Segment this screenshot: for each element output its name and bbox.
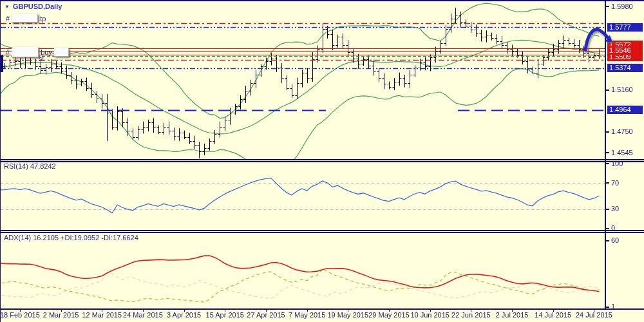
price-badge-blue: 1.4964	[607, 106, 643, 114]
adx-indicator-label: ADX(14) 16.2105 +DI:19.0952 -DI:17.6624	[4, 234, 138, 242]
price-tick-label: 1.4545	[611, 149, 633, 156]
redacted-order-price	[54, 48, 69, 57]
sl-line-label: sl	[39, 55, 44, 62]
order-hash: #	[6, 48, 10, 56]
time-axis[interactable]: 18 Feb 20152 Mar 201512 Mar 201524 Mar 2…	[1, 309, 605, 322]
adx-panel-chart[interactable]	[1, 231, 605, 309]
chart-window: ▼ GBPUSD,Daily # tp # buy sl RSI(14) 47.…	[0, 0, 644, 322]
axis-tick-mark	[606, 182, 609, 184]
axis-tick-mark	[606, 209, 609, 210]
axis-tick-mark	[606, 228, 609, 229]
left-edge-marker	[1, 55, 3, 72]
price-tick-label: 30	[611, 205, 619, 213]
symbol-period-label: GBPUSD,Daily	[13, 3, 62, 10]
axis-tick-mark	[606, 6, 609, 7]
chevron-down-icon[interactable]: ▼	[5, 4, 10, 10]
panel-separator[interactable]	[1, 230, 644, 232]
price-tick-label: 100	[611, 160, 623, 167]
rsi-panel-chart[interactable]	[1, 160, 605, 231]
panel-separator[interactable]	[1, 159, 644, 161]
price-tick-label: 70	[611, 179, 619, 187]
main-price-chart[interactable]	[1, 1, 605, 160]
price-tick-label: 1	[611, 303, 615, 310]
price-tick-label: 1.4750	[611, 128, 633, 135]
buy-line-label: # buy	[6, 47, 69, 57]
axis-tick-mark	[606, 90, 609, 91]
axis-tick-mark	[606, 307, 609, 308]
order-hash: #	[6, 15, 10, 23]
redacted-order-id	[12, 47, 39, 57]
rsi-indicator-label: RSI(14) 47.8242	[4, 162, 56, 170]
axis-tick-mark	[606, 163, 609, 164]
sl-label: sl	[39, 55, 44, 62]
chart-title: ▼ GBPUSD,Daily	[5, 3, 62, 10]
price-tick-label: 1.5160	[611, 86, 633, 93]
price-tick-label: 0	[611, 224, 615, 232]
tp-label: tp	[40, 15, 46, 23]
redacted-order-id	[12, 14, 38, 23]
price-badge-blue: 1.5374	[607, 64, 643, 72]
axis-tick-mark	[606, 240, 609, 242]
tp-line-label: # tp	[6, 14, 46, 23]
axis-tick-mark	[606, 131, 609, 133]
date-label: 24 Jul 2015	[565, 311, 623, 319]
axis-tick-mark	[606, 152, 609, 153]
trend-arrow-annotation[interactable]	[574, 23, 619, 52]
price-tick-label: 1.5980	[611, 3, 633, 10]
price-tick-label: 60	[611, 236, 619, 244]
